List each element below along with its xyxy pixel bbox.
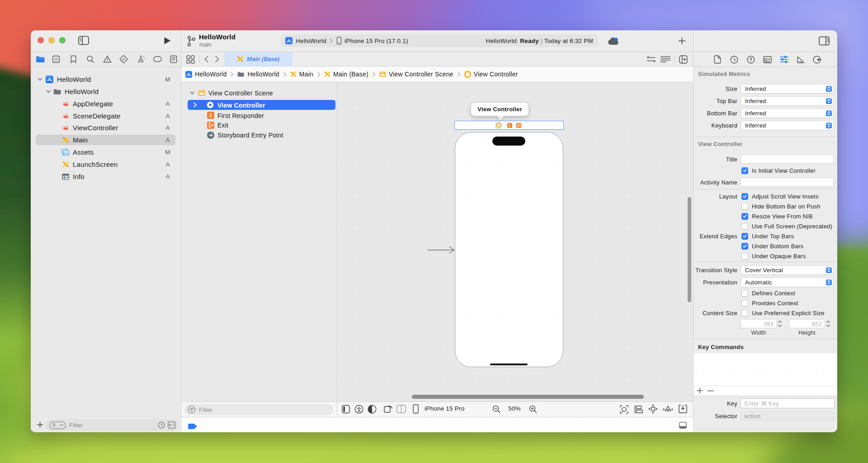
svg-text:1: 1 (209, 113, 212, 118)
svg-text:?: ? (750, 57, 752, 62)
